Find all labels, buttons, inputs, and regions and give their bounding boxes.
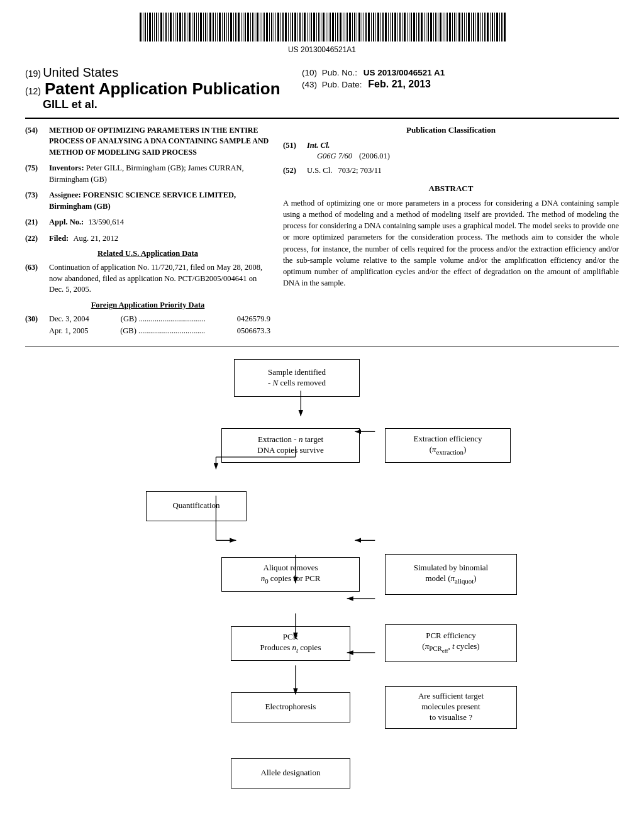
svg-rect-141 (471, 13, 472, 42)
svg-rect-151 (494, 13, 495, 42)
svg-rect-39 (228, 13, 229, 42)
svg-rect-87 (343, 13, 343, 42)
svg-rect-108 (392, 13, 393, 42)
abstract-heading: ABSTRACT (283, 184, 619, 194)
svg-rect-68 (297, 13, 298, 42)
svg-rect-89 (347, 13, 348, 42)
svg-rect-63 (285, 13, 287, 42)
svg-rect-123 (428, 13, 429, 42)
pub-date-line: (43) Pub. Date: Feb. 21, 2013 (302, 79, 619, 90)
svg-rect-75 (313, 13, 315, 42)
svg-rect-133 (452, 13, 453, 42)
svg-rect-95 (362, 13, 362, 42)
svg-rect-115 (409, 13, 409, 42)
svg-rect-88 (345, 13, 345, 42)
svg-rect-132 (449, 13, 451, 42)
left-column: (54) METHOD OF OPTIMIZING PARAMETERS IN … (25, 125, 270, 342)
inventors-short: GILL et al. (43, 98, 97, 111)
svg-rect-19 (182, 13, 183, 42)
svg-rect-122 (426, 13, 426, 42)
barcode-area: // Generate barcode-like pattern inline (0, 0, 644, 60)
svg-rect-20 (184, 13, 186, 42)
svg-rect-120 (421, 13, 423, 42)
svg-rect-37 (224, 13, 225, 42)
svg-rect-15 (173, 13, 174, 42)
svg-rect-41 (233, 13, 234, 42)
box-sufficient: Are sufficient targetmolecules presentto… (385, 686, 517, 729)
svg-rect-21 (187, 13, 187, 42)
svg-rect-134 (454, 13, 455, 42)
svg-rect-102 (377, 13, 379, 42)
header-left: (19) United States (12) Patent Applicati… (25, 65, 289, 111)
svg-rect-131 (447, 13, 448, 42)
svg-rect-26 (198, 13, 199, 42)
svg-rect-76 (316, 13, 317, 42)
svg-rect-101 (375, 13, 376, 42)
box-electrophoresis: Electrophoresis (231, 692, 350, 722)
svg-rect-6 (152, 13, 153, 42)
field-54: (54) METHOD OF OPTIMIZING PARAMETERS IN … (25, 125, 270, 158)
svg-rect-113 (404, 13, 406, 42)
svg-rect-152 (496, 13, 498, 42)
svg-rect-51 (257, 13, 258, 42)
svg-rect-43 (238, 13, 240, 42)
svg-rect-128 (440, 13, 441, 42)
svg-rect-48 (250, 13, 251, 42)
svg-rect-10 (160, 13, 162, 42)
svg-rect-58 (274, 13, 274, 42)
svg-rect-34 (217, 13, 218, 42)
field-30: (30) Dec. 3, 2004 (GB) .................… (25, 314, 270, 337)
svg-rect-67 (294, 13, 296, 42)
svg-rect-12 (165, 13, 167, 42)
box-extraction: Extraction - n targetDNA copies survive (221, 428, 360, 463)
svg-rect-36 (222, 13, 223, 42)
flow-diagram: Sample identified- N cells removed Extra… (108, 359, 536, 730)
svg-rect-146 (482, 13, 483, 42)
svg-rect-7 (154, 13, 155, 42)
pub-number-line: (10) Pub. No.: US 2013/0046521 A1 (302, 68, 619, 77)
svg-rect-117 (413, 13, 415, 42)
svg-rect-91 (352, 13, 353, 42)
svg-rect-129 (443, 13, 443, 42)
box-aliquot: Aliquot removesn0 copies for PCR (221, 557, 360, 592)
svg-rect-118 (416, 13, 417, 42)
patent-number: US 20130046521A1 (0, 45, 644, 54)
svg-rect-116 (411, 13, 412, 42)
foreign-entry-1: Dec. 3, 2004 (GB) ......................… (49, 314, 270, 325)
abstract-text: A method of optimizing one or more param… (283, 197, 619, 289)
svg-rect-9 (158, 13, 159, 42)
svg-rect-50 (255, 13, 255, 42)
svg-rect-154 (501, 13, 502, 42)
svg-rect-124 (430, 13, 432, 42)
box-pcr: PCRProduces nt copies (231, 626, 350, 661)
svg-rect-8 (156, 13, 157, 42)
svg-rect-44 (241, 13, 242, 42)
field-63: (63) Continuation of application No. 11/… (25, 262, 270, 296)
foreign-heading: Foreign Application Priority Data (25, 301, 270, 310)
svg-rect-99 (371, 13, 372, 42)
svg-rect-80 (326, 13, 326, 42)
svg-rect-78 (321, 13, 321, 42)
svg-rect-3 (145, 13, 146, 42)
svg-rect-22 (189, 13, 191, 42)
class-row-52: (52) U.S. Cl. 703/2; 703/11 (283, 165, 619, 177)
box-pcr-eff: PCR efficiency(πPCReff, t cycles) (385, 624, 517, 662)
svg-rect-149 (490, 13, 491, 42)
svg-rect-126 (435, 13, 436, 42)
right-column: Publication Classification (51) Int. Cl.… (283, 125, 619, 342)
box-allele: Allele designation (231, 758, 350, 788)
svg-rect-103 (380, 13, 381, 42)
svg-rect-139 (466, 13, 467, 42)
svg-rect-97 (365, 13, 367, 42)
svg-rect-70 (302, 13, 303, 42)
svg-rect-64 (288, 13, 289, 42)
svg-rect-49 (252, 13, 253, 42)
svg-rect-104 (382, 13, 384, 42)
svg-rect-105 (385, 13, 387, 42)
svg-rect-94 (358, 13, 360, 42)
svg-rect-17 (177, 13, 178, 42)
svg-rect-1 (140, 13, 142, 42)
svg-rect-47 (247, 13, 249, 42)
svg-rect-83 (332, 13, 334, 42)
svg-rect-72 (307, 13, 308, 42)
